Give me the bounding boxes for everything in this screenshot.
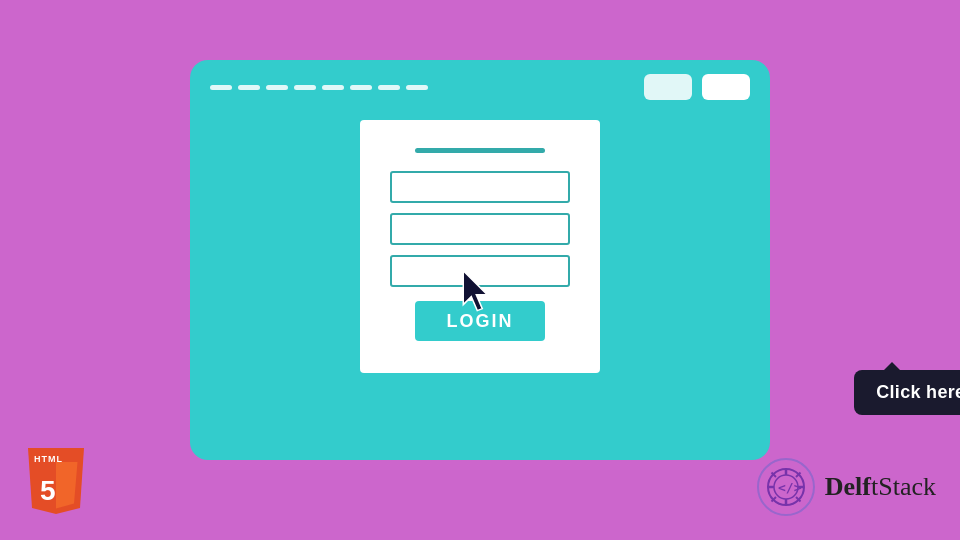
browser-window: LOGIN Click here to login [190, 60, 770, 460]
dash-1 [210, 85, 232, 90]
login-card: LOGIN [360, 120, 600, 373]
delftstack-logo: </> DelftStack [757, 458, 936, 516]
username-field[interactable] [390, 171, 570, 203]
stack-text: tStack [871, 472, 936, 501]
dash-5 [322, 85, 344, 90]
delftstack-svg-icon: </> [765, 466, 807, 508]
delftstack-brand-text: DelftStack [825, 472, 936, 502]
cursor-container [461, 269, 497, 317]
svg-text:5: 5 [40, 475, 56, 506]
dash-2 [238, 85, 260, 90]
svg-text:</>: </> [778, 480, 802, 495]
password-field[interactable] [390, 213, 570, 245]
login-tooltip: Click here to login [854, 370, 960, 415]
dash-3 [266, 85, 288, 90]
html5-logo: HTML 5 [24, 444, 88, 516]
dash-6 [350, 85, 372, 90]
browser-button-1[interactable] [644, 74, 692, 100]
login-title-bar [415, 148, 545, 153]
html5-badge-icon: HTML 5 [24, 444, 88, 516]
svg-marker-0 [463, 271, 487, 311]
dash-4 [294, 85, 316, 90]
browser-button-2[interactable] [702, 74, 750, 100]
browser-titlebar [190, 60, 770, 110]
delftstack-icon: </> [757, 458, 815, 516]
browser-content: LOGIN [190, 110, 770, 373]
dash-7 [378, 85, 400, 90]
dash-8 [406, 85, 428, 90]
cursor-icon [461, 269, 497, 313]
browser-address-bar [210, 85, 634, 90]
delft-text: Delf [825, 472, 871, 501]
svg-text:HTML: HTML [34, 454, 63, 464]
